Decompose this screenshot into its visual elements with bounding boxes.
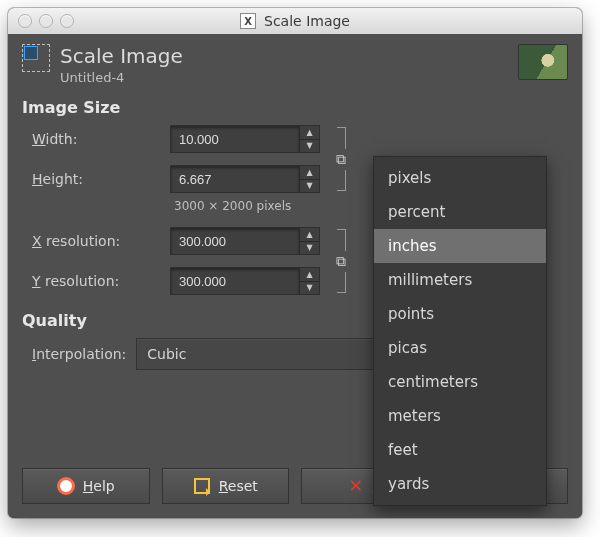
- dialog-title: Scale Image: [60, 44, 183, 68]
- xres-step-down[interactable]: ▼: [300, 241, 319, 255]
- yres-step-up[interactable]: ▲: [300, 268, 319, 281]
- xres-field[interactable]: [170, 227, 299, 255]
- chain-link-size-icon[interactable]: ⧉: [328, 125, 354, 193]
- width-input[interactable]: ▲▼: [170, 125, 320, 153]
- help-button[interactable]: Help: [22, 468, 150, 504]
- traffic-minimize-icon[interactable]: [39, 14, 53, 28]
- width-label: Width:: [32, 131, 162, 147]
- interpolation-value: Cubic: [147, 346, 186, 362]
- height-field[interactable]: [170, 165, 299, 193]
- scale-image-icon: [22, 44, 50, 72]
- height-step-up[interactable]: ▲: [300, 166, 319, 179]
- pixel-dimensions-note: 3000 × 2000 pixels: [170, 199, 320, 213]
- traffic-zoom-icon[interactable]: [60, 14, 74, 28]
- dialog-subtitle: Untitled-4: [60, 70, 183, 85]
- unit-option-percent[interactable]: percent: [374, 195, 546, 229]
- yres-field[interactable]: [170, 267, 299, 295]
- height-step-down[interactable]: ▼: [300, 179, 319, 193]
- yres-input[interactable]: ▲▼: [170, 267, 320, 295]
- help-icon: [57, 477, 75, 495]
- reset-icon: [193, 477, 211, 495]
- interpolation-label: Interpolation:: [32, 346, 126, 362]
- xres-input[interactable]: ▲▼: [170, 227, 320, 255]
- yres-step-down[interactable]: ▼: [300, 281, 319, 295]
- height-input[interactable]: ▲▼: [170, 165, 320, 193]
- app-icon: X: [240, 13, 256, 29]
- dialog-window: X Scale Image Scale Image Untitled-4 Ima…: [8, 8, 582, 518]
- width-field[interactable]: [170, 125, 299, 153]
- image-thumbnail[interactable]: [518, 44, 568, 80]
- reset-button[interactable]: Reset: [162, 468, 290, 504]
- unit-option-points[interactable]: points: [374, 297, 546, 331]
- unit-option-millimeters[interactable]: millimeters: [374, 263, 546, 297]
- height-label: Height:: [32, 171, 162, 187]
- yres-label: Y resolution:: [32, 273, 162, 289]
- chain-link-resolution-icon[interactable]: ⧉: [328, 227, 354, 295]
- section-image-size: Image Size: [22, 98, 568, 117]
- unit-option-yards[interactable]: yards: [374, 467, 546, 501]
- width-step-down[interactable]: ▼: [300, 139, 319, 153]
- cancel-icon: ✕: [347, 477, 365, 495]
- unit-option-picas[interactable]: picas: [374, 331, 546, 365]
- xres-label: X resolution:: [32, 233, 162, 249]
- traffic-close-icon[interactable]: [18, 14, 32, 28]
- unit-option-pixels[interactable]: pixels: [374, 161, 546, 195]
- width-step-up[interactable]: ▲: [300, 126, 319, 139]
- unit-option-feet[interactable]: feet: [374, 433, 546, 467]
- window-title: Scale Image: [264, 13, 350, 29]
- unit-option-inches[interactable]: inches: [374, 229, 546, 263]
- unit-dropdown[interactable]: pixelspercentinchesmillimeterspointspica…: [373, 156, 547, 506]
- unit-option-centimeters[interactable]: centimeters: [374, 365, 546, 399]
- unit-option-meters[interactable]: meters: [374, 399, 546, 433]
- xres-step-up[interactable]: ▲: [300, 228, 319, 241]
- titlebar: X Scale Image: [8, 8, 582, 35]
